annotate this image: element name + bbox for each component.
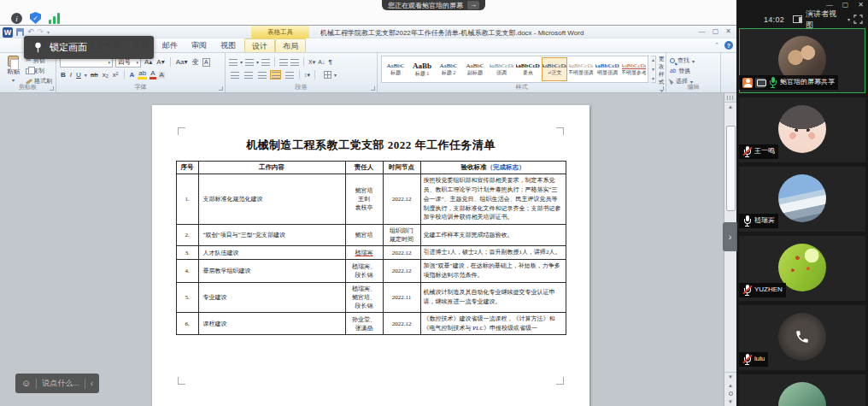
underline-icon[interactable]: U	[75, 72, 82, 79]
align-right-icon[interactable]	[256, 70, 267, 79]
col-header[interactable]: 验收标准（完成标志）	[420, 162, 566, 174]
cell-task[interactable]: 基层教学组织建设	[198, 260, 345, 283]
style-item[interactable]: AaBbCcDd 强调	[489, 57, 514, 81]
view-mode-button[interactable]: 演讲者视图	[806, 9, 844, 31]
cell-owner[interactable]: 嵇瑞宾、 鲍官培、 段长锦	[345, 282, 383, 312]
cell-criteria[interactable]: 加强“双基”建设，在达标的基础上，补短板，力争多项指标达到示范条件。	[420, 260, 566, 283]
distribute-icon[interactable]	[284, 70, 295, 79]
browse-object-icon[interactable]	[729, 391, 733, 396]
cell-owner[interactable]: 嵇瑞宾	[345, 246, 383, 260]
chat-placeholder[interactable]: 说点什么...	[42, 378, 79, 389]
cell-no[interactable]: 4.	[176, 260, 198, 283]
style-item[interactable]: AaBbCcDd ↵正文	[542, 57, 567, 81]
line-spacing-icon[interactable]: ↕▾	[304, 72, 310, 78]
style-item[interactable]: AaBbC 副标题	[462, 57, 488, 81]
cell-task[interactable]: 人才队伍建设	[198, 246, 345, 260]
document-heading[interactable]: 机械制造工程系教工党支部 2022 年工作任务清单	[152, 105, 589, 153]
font-color-icon[interactable]: A	[150, 70, 155, 79]
highlight-color-icon[interactable]: ab	[138, 70, 147, 79]
ribbon-tab-contextual[interactable]: 设计	[244, 38, 275, 52]
change-styles-button[interactable]: A 更改样式 ▾	[659, 56, 665, 83]
multilevel-list-icon[interactable]	[261, 59, 270, 66]
scroll-down-icon[interactable]: ▼	[724, 373, 736, 381]
participant-tile[interactable]: lulu	[739, 305, 865, 370]
replace-button[interactable]: ab替换	[670, 67, 717, 75]
fullscreen-icon[interactable]	[853, 15, 863, 24]
align-left-icon[interactable]	[229, 70, 240, 79]
style-item[interactable]: AaBbCcDc 要点	[515, 57, 541, 81]
cell-owner[interactable]: 鲍官培 王剑 袁枝亭	[345, 174, 383, 225]
bold-icon[interactable]: B	[60, 72, 67, 79]
styles-gallery-scroll[interactable]: ▲▼▼	[651, 56, 656, 83]
shrink-font-icon[interactable]: A▾	[155, 59, 165, 66]
style-item[interactable]: AaBb 标题 1	[409, 57, 435, 81]
col-header[interactable]: 时间节点	[383, 162, 420, 174]
sidebar-collapse-handle[interactable]: ›	[723, 222, 737, 251]
style-item[interactable]: AaBbCcDd 不明显参考	[621, 57, 647, 81]
qat-dropdown-icon[interactable]: ▾	[47, 29, 50, 35]
ribbon-tab-contextual[interactable]: 布局	[275, 38, 306, 52]
participant-tile[interactable]: 嵇瑞宾	[739, 167, 865, 232]
document-area[interactable]: 机械制造工程系教工党支部 2022 年工作任务清单 序号 工作内容 责任人 时间…	[0, 93, 724, 406]
cell-time[interactable]: 2022.11	[383, 282, 420, 312]
cell-task[interactable]: 专业建设	[198, 282, 345, 312]
cell-time[interactable]: 2022.12	[383, 260, 420, 283]
cell-time[interactable]: 2022.12	[383, 246, 420, 260]
dialog-launcher-icon[interactable]	[660, 86, 664, 91]
participant-tile[interactable]: 鲍官培的屏幕共享	[739, 28, 865, 93]
ribbon-collapse-icon[interactable]: ⌃	[714, 42, 719, 49]
signal-icon[interactable]	[49, 13, 60, 24]
document-page[interactable]: 机械制造工程系教工党支部 2022 年工作任务清单 序号 工作内容 责任人 时间…	[152, 105, 589, 406]
cell-no[interactable]: 5.	[176, 282, 198, 312]
grow-font-icon[interactable]: A▴	[144, 59, 153, 66]
col-header[interactable]: 工作内容	[198, 162, 345, 174]
find-button[interactable]: 查找▾	[670, 56, 717, 65]
numbered-list-icon[interactable]	[245, 59, 254, 66]
cell-task[interactable]: 课程建设	[198, 312, 345, 335]
chevron-down-icon[interactable]: ▾	[847, 16, 850, 22]
dialog-launcher-icon[interactable]	[371, 86, 375, 91]
emoji-icon[interactable]: ☺	[21, 379, 31, 388]
cell-owner[interactable]: 孙业堂、 张潇晶	[345, 312, 383, 335]
previous-page-icon[interactable]: ▲	[724, 381, 736, 390]
phonetic-guide-icon[interactable]: 变	[191, 59, 200, 66]
cell-owner[interactable]: 嵇瑞宾、 段长锦	[345, 260, 383, 283]
close-button[interactable]: ✕	[858, 1, 864, 9]
subscript-icon[interactable]: x₂	[102, 72, 109, 79]
cell-no[interactable]: 1.	[176, 174, 198, 225]
copy-button[interactable]: 复制	[26, 67, 52, 75]
text-effects-icon[interactable]: A	[129, 72, 136, 79]
character-border-icon[interactable]: A	[202, 58, 211, 67]
chat-collapse-icon[interactable]: ‹	[91, 379, 93, 388]
paste-button[interactable]: 粘贴 ▾	[3, 56, 23, 83]
redo-icon[interactable]: ↷	[38, 28, 44, 36]
italic-icon[interactable]: I	[69, 72, 73, 79]
cell-criteria[interactable]: 《数控技术》建设省级一流课程，《计算方法》和《电气控制技术与 PLC》申报校级或…	[420, 312, 566, 335]
style-item[interactable]: AaBbCcDc 明显强调	[595, 57, 620, 81]
sort-icon[interactable]: A↓	[318, 59, 325, 65]
cell-task[interactable]: “双创”项目与“三型”党支部建设	[198, 225, 345, 246]
decrease-indent-icon[interactable]	[279, 59, 288, 66]
cell-task[interactable]: 支部标准化规范化建设	[198, 174, 345, 225]
cell-no[interactable]: 3.	[176, 246, 198, 260]
bullet-list-icon[interactable]	[229, 59, 238, 66]
scrollbar-thumb[interactable]	[726, 126, 736, 211]
ribbon-tab[interactable]: 视图	[214, 38, 243, 52]
cell-criteria[interactable]: 党建工作样本支部完成结题验收。	[420, 225, 566, 246]
increase-indent-icon[interactable]	[290, 59, 299, 66]
change-case-icon[interactable]: Aa▾	[175, 59, 189, 66]
borders-icon[interactable]	[324, 71, 331, 79]
align-center-icon[interactable]	[243, 70, 254, 79]
dialog-launcher-icon[interactable]	[50, 86, 54, 91]
ruler-toggle-icon[interactable]	[724, 93, 736, 103]
superscript-icon[interactable]: x²	[112, 72, 120, 79]
next-page-icon[interactable]: ▼	[724, 397, 736, 406]
info-icon[interactable]: i	[11, 13, 22, 24]
cell-no[interactable]: 2.	[176, 225, 198, 246]
word-logo-icon[interactable]: W	[3, 27, 13, 38]
participant-tile[interactable]	[739, 374, 865, 406]
character-shading-icon[interactable]: A	[159, 72, 165, 79]
cell-criteria[interactable]: 机械设计制造及其自动化专业继续提交专业认证申请，继续推进一流专业建设。	[420, 282, 566, 312]
cell-criteria[interactable]: 引进博士1人，硕士2人；晋升副教授1人，讲师2人。	[420, 246, 566, 260]
dialog-launcher-icon[interactable]	[219, 86, 223, 91]
